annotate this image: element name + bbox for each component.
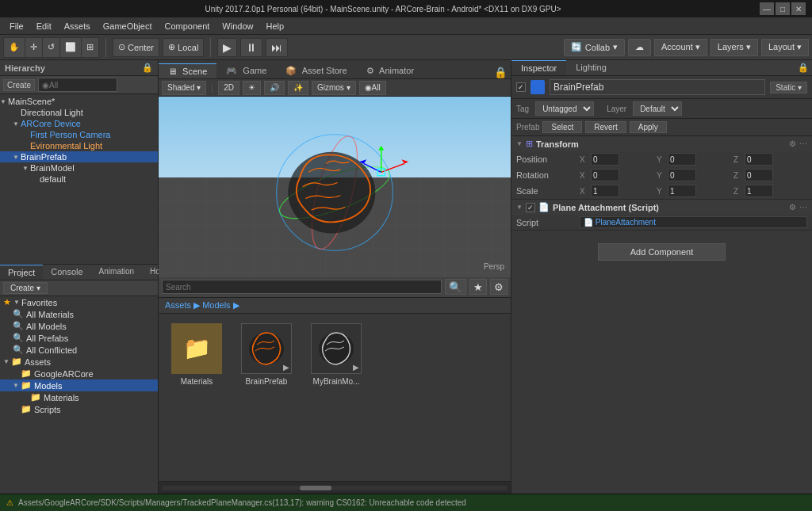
- scale-y-input[interactable]: [668, 185, 696, 197]
- menu-assets[interactable]: Assets: [58, 20, 97, 32]
- collab-button[interactable]: 🔄 Collab ▾: [564, 39, 625, 56]
- scale-z-input[interactable]: [745, 185, 773, 197]
- cloud-button[interactable]: ☁: [628, 39, 651, 56]
- plane-extra-icon[interactable]: ⋯: [799, 203, 807, 212]
- hierarchy-search-input[interactable]: [38, 78, 117, 92]
- active-checkbox[interactable]: [516, 82, 526, 92]
- static-dropdown[interactable]: Static ▾: [770, 82, 807, 93]
- scripts-item[interactable]: 📁 Scripts: [0, 403, 158, 415]
- tree-item-default[interactable]: default: [0, 174, 158, 185]
- object-name-field[interactable]: [550, 79, 765, 95]
- revert-btn[interactable]: Revert: [585, 121, 626, 133]
- account-button[interactable]: Account ▾: [654, 39, 707, 56]
- layer-select[interactable]: Default: [633, 101, 682, 116]
- tree-item-envlight[interactable]: Evironmental Light: [0, 140, 158, 151]
- favorites-group[interactable]: ★ ▼ Favorites: [0, 296, 158, 308]
- scrollbar-thumb[interactable]: [300, 486, 331, 490]
- fav-conflicted[interactable]: 🔍 All Conflicted: [0, 344, 158, 356]
- tab-game[interactable]: 🎮 Game: [216, 63, 276, 78]
- rotation-x-input[interactable]: [591, 169, 619, 181]
- maximize-button[interactable]: □: [776, 2, 790, 15]
- assets-path-link[interactable]: Assets: [165, 300, 191, 310]
- transform-header[interactable]: ▼ ⊞ Transform ⚙ ⋯: [511, 136, 812, 151]
- models-item[interactable]: ▼ 📁 Models: [0, 379, 158, 391]
- tree-item-arcoredevice[interactable]: ▼ ARCore Device: [0, 118, 158, 129]
- asset-item-materials[interactable]: 📁 Materials: [165, 320, 228, 475]
- effects-toggle[interactable]: ✨: [288, 81, 308, 95]
- plane-attachment-header[interactable]: ▼ 📄 Plane Attachment (Script) ⚙ ⋯: [511, 200, 812, 215]
- fav-materials[interactable]: 🔍 All Materials: [0, 308, 158, 320]
- position-z-input[interactable]: [745, 153, 773, 166]
- scrollbar-track[interactable]: [162, 486, 508, 490]
- hand-tool[interactable]: ✋: [4, 38, 25, 57]
- tab-asset-store[interactable]: 📦 Asset Store: [276, 63, 356, 78]
- menu-help[interactable]: Help: [259, 20, 290, 32]
- layers-button[interactable]: Layers ▾: [710, 39, 758, 56]
- search-all-toggle[interactable]: ◉All: [359, 81, 386, 95]
- gizmos-dropdown[interactable]: Gizmos ▾: [312, 81, 356, 95]
- rect-tool[interactable]: ⊞: [82, 38, 98, 57]
- pause-button[interactable]: ⏸: [240, 38, 262, 57]
- tree-item-dirlight[interactable]: Directional Light: [0, 107, 158, 118]
- apply-btn[interactable]: Apply: [630, 121, 667, 133]
- search-icon-btn[interactable]: 🔍: [445, 279, 466, 295]
- menu-edit[interactable]: Edit: [30, 20, 58, 32]
- tab-animator[interactable]: ⚙ Animator: [357, 63, 423, 78]
- position-y-input[interactable]: [668, 153, 696, 166]
- move-tool[interactable]: ✛: [25, 38, 43, 57]
- close-button[interactable]: ✕: [791, 2, 806, 15]
- transform-settings-icon[interactable]: ⚙: [789, 139, 796, 148]
- tab-scene[interactable]: 🖥 Scene: [159, 63, 216, 78]
- fav-models[interactable]: 🔍 All Models: [0, 320, 158, 332]
- tree-item-mainscene[interactable]: ▼ MainScene*: [0, 96, 158, 107]
- tree-item-firstpersoncam[interactable]: First Person Camera: [0, 129, 158, 140]
- select-btn[interactable]: Select: [542, 121, 582, 133]
- lights-toggle[interactable]: ☀: [243, 81, 261, 95]
- tree-item-brainmodel[interactable]: ▼ BrainModel: [0, 162, 158, 174]
- position-x-input[interactable]: [591, 153, 619, 166]
- shaded-dropdown[interactable]: Shaded ▾: [162, 81, 206, 95]
- tab-console[interactable]: Console: [43, 265, 90, 280]
- tab-inspector[interactable]: Inspector: [511, 60, 566, 75]
- pivot-button[interactable]: ⊙ Center: [113, 38, 159, 57]
- tab-lighting[interactable]: Lighting: [566, 60, 616, 75]
- settings-btn[interactable]: ⚙: [490, 279, 508, 295]
- menu-component[interactable]: Component: [158, 20, 216, 32]
- asset-item-mybrainmo[interactable]: ▶ MyBrainMo...: [304, 320, 368, 475]
- step-button[interactable]: ⏭: [266, 38, 288, 57]
- rotation-z-input[interactable]: [745, 169, 773, 181]
- fav-prefabs[interactable]: 🔍 All Prefabs: [0, 332, 158, 344]
- assets-group[interactable]: ▼ 📁 Assets: [0, 356, 158, 368]
- menu-file[interactable]: File: [3, 20, 30, 32]
- asset-search-input[interactable]: [162, 280, 442, 294]
- component-active[interactable]: [526, 203, 535, 212]
- transform-extra-icon[interactable]: ⋯: [799, 139, 807, 148]
- scale-x-input[interactable]: [591, 185, 619, 197]
- tag-select[interactable]: Untagged: [535, 101, 594, 116]
- scale-tool[interactable]: ⬜: [60, 38, 82, 57]
- plane-settings-icon[interactable]: ⚙: [789, 203, 796, 212]
- lock-icon[interactable]: 🔒: [494, 67, 508, 78]
- world-button[interactable]: ⊕ Local: [163, 38, 204, 57]
- hierarchy-create-btn[interactable]: Create: [3, 79, 35, 91]
- materials-item[interactable]: 📁 Materials: [0, 391, 158, 403]
- play-button[interactable]: ▶: [217, 38, 237, 57]
- tree-item-brainprefab[interactable]: ▼ BrainPrefab: [0, 151, 158, 162]
- models-path-link[interactable]: Models: [202, 300, 230, 310]
- star-btn[interactable]: ★: [469, 279, 487, 295]
- add-component-button[interactable]: Add Component: [598, 243, 726, 261]
- sound-toggle[interactable]: 🔊: [264, 81, 285, 95]
- minimize-button[interactable]: —: [760, 2, 774, 15]
- create-button[interactable]: Create ▾: [3, 282, 48, 294]
- menu-gameobject[interactable]: GameObject: [97, 20, 159, 32]
- inspector-lock[interactable]: 🔒: [795, 60, 812, 75]
- googlearcore-item[interactable]: 📁 GoogleARCore: [0, 368, 158, 379]
- scene-viewport[interactable]: Persp: [159, 97, 511, 277]
- 2d-toggle[interactable]: 2D: [218, 81, 239, 95]
- layout-button[interactable]: Layout ▾: [761, 39, 809, 56]
- rotation-y-input[interactable]: [668, 169, 696, 181]
- tab-animation[interactable]: Animation: [91, 265, 142, 280]
- rotate-tool[interactable]: ↺: [43, 38, 60, 57]
- asset-item-brainprefab[interactable]: ▶ BrainPrefab: [235, 320, 298, 475]
- tab-project[interactable]: Project: [0, 265, 43, 280]
